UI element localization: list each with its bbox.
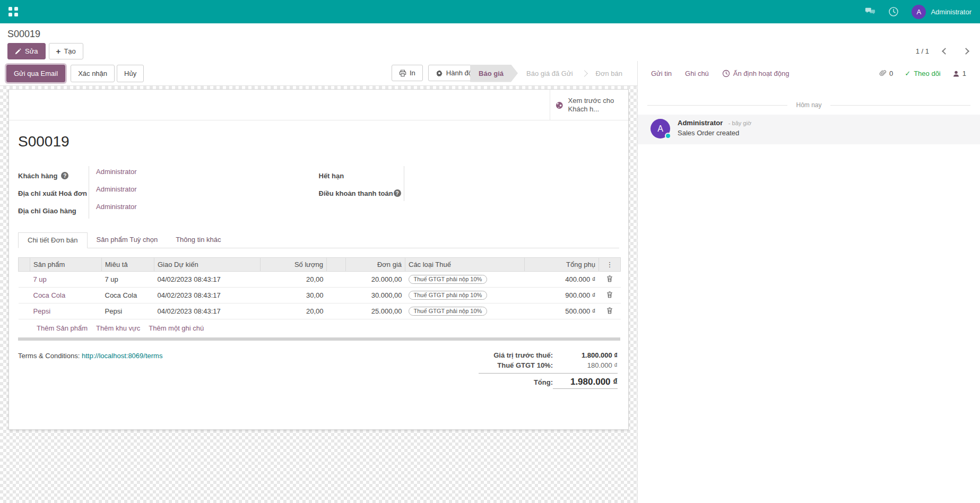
- add-product-link[interactable]: Thêm Sản phẩm: [37, 324, 88, 332]
- tab-optional-products[interactable]: Sản phẩm Tuỳ chọn: [88, 232, 167, 248]
- tab-other-info[interactable]: Thông tin khác: [167, 232, 230, 248]
- form-background: Xem trước cho Khách h... S00019 Khách hà…: [0, 86, 637, 503]
- message-body: Sales Order created: [678, 129, 751, 137]
- plus-icon: +: [56, 47, 61, 55]
- description-cell: Coca Cola: [102, 288, 154, 303]
- chatter-panel: Gửi tin Ghi chú Ấn định hoạt động 0: [637, 61, 980, 503]
- customer-value-link[interactable]: Administrator: [96, 168, 137, 176]
- customer-preview-button[interactable]: Xem trước cho Khách h...: [550, 90, 628, 120]
- apps-menu-icon[interactable]: [8, 7, 18, 16]
- field-row-customer: Khách hàng ? Administrator: [18, 166, 319, 184]
- help-icon: ?: [61, 172, 68, 179]
- stage-quotation[interactable]: Báo giá: [470, 65, 518, 82]
- expiration-value[interactable]: [404, 166, 620, 184]
- product-cell: Coca Cola: [30, 288, 102, 303]
- tab-order-lines[interactable]: Chi tiết Đơn bán: [18, 232, 88, 248]
- customer-label-wrap: Khách hàng ?: [18, 166, 89, 184]
- order-line-row[interactable]: 7 up 7 up 04/02/2023 08:43:17 20,00 20.0…: [19, 272, 621, 288]
- statusbar-buttons: Gửi qua Email Xác nhận Hủy: [6, 65, 144, 82]
- invoice-address-value-link[interactable]: Administrator: [96, 185, 137, 193]
- add-section-link[interactable]: Thêm khu vực: [96, 324, 140, 332]
- subtotal-column-header[interactable]: Tổng phụ: [525, 258, 599, 272]
- handle-column-header: [19, 258, 30, 272]
- product-link[interactable]: Pepsi: [33, 307, 51, 315]
- schedule-activity-button[interactable]: Ấn định hoạt động: [722, 70, 790, 77]
- user-menu[interactable]: A Administrator: [912, 5, 972, 19]
- payment-terms-label-wrap: Điều khoản thanh toán ?: [319, 184, 404, 201]
- terms-and-conditions: Terms & Conditions: http://localhost:806…: [18, 350, 162, 390]
- attachments-counter[interactable]: 0: [879, 70, 893, 77]
- stage-sales-order[interactable]: Đơn bán: [587, 65, 631, 82]
- followers-count: 1: [962, 70, 966, 77]
- pencil-icon: [15, 48, 22, 55]
- edit-button[interactable]: Sửa: [7, 43, 46, 59]
- tax-badge: Thuế GTGT phải nộp 10%: [409, 275, 488, 284]
- description-cell: 7 up: [102, 272, 154, 288]
- cancel-button[interactable]: Hủy: [117, 65, 144, 82]
- product-link[interactable]: Coca Cola: [33, 291, 66, 299]
- description-column-header[interactable]: Miêu tả: [102, 258, 154, 272]
- apps-grid-square: [8, 7, 12, 11]
- printer-icon: [399, 70, 406, 77]
- product-cell: 7 up: [30, 272, 102, 288]
- row-handle: [19, 288, 30, 303]
- chatter-message[interactable]: A Administrator - bây giờ Sales Order cr…: [638, 115, 980, 144]
- confirm-button[interactable]: Xác nhận: [71, 65, 115, 82]
- uom-cell: [327, 288, 346, 303]
- main-area: Gửi qua Email Xác nhận Hủy Báo giá Báo g…: [0, 61, 980, 503]
- field-row-delivery-address: Địa chỉ Giao hàng Administrator: [18, 201, 319, 219]
- product-column-header[interactable]: Sản phẩm: [30, 258, 102, 272]
- customer-value-wrap: Administrator: [89, 166, 319, 184]
- quantity-cell: 20,00: [261, 303, 327, 319]
- send-by-email-button[interactable]: Gửi qua Email: [6, 65, 65, 82]
- add-note-link[interactable]: Thêm một ghi chú: [149, 324, 204, 332]
- delete-row-icon[interactable]: [606, 275, 613, 282]
- delete-row-icon[interactable]: [606, 307, 613, 314]
- order-line-row[interactable]: Pepsi Pepsi 04/02/2023 08:43:17 20,00 25…: [19, 303, 621, 319]
- payment-terms-value[interactable]: [404, 184, 620, 201]
- pager-next-icon[interactable]: [962, 48, 969, 55]
- stage-quotation-sent[interactable]: Báo giá đã Gửi: [518, 65, 581, 82]
- taxes-column-header[interactable]: Các loại Thuế: [405, 258, 525, 272]
- create-button-label: Tạo: [64, 47, 75, 55]
- pager-counter: 1 / 1: [916, 47, 929, 55]
- unit-price-column-header[interactable]: Đơn giá: [346, 258, 405, 272]
- fields-left-column: Khách hàng ? Administrator Địa chỉ xuất …: [18, 166, 319, 219]
- activities-clock-icon[interactable]: [888, 6, 899, 17]
- field-row-expiration: Hết hạn: [319, 166, 620, 184]
- followers-counter[interactable]: 1: [952, 70, 966, 77]
- pager-previous-icon[interactable]: [942, 48, 949, 55]
- apps-grid-square: [14, 13, 18, 16]
- messages-icon[interactable]: [865, 6, 875, 17]
- delivery-address-value-wrap: Administrator: [89, 201, 319, 219]
- log-note-button[interactable]: Ghi chú: [685, 70, 709, 77]
- terms-link[interactable]: http://localhost:8069/terms: [82, 352, 162, 360]
- follow-toggle[interactable]: ✓ Theo dõi: [905, 70, 941, 77]
- delivery-column-header[interactable]: Giao Dự kiến: [154, 258, 261, 272]
- follow-label: Theo dõi: [914, 70, 941, 77]
- unit-price-cell: 25.000,00: [346, 303, 405, 319]
- customer-label: Khách hàng: [18, 172, 57, 180]
- product-link[interactable]: 7 up: [33, 275, 47, 283]
- tax-amount-label: Thuế GTGT 10%:: [497, 361, 553, 369]
- print-button[interactable]: In: [392, 65, 423, 81]
- order-line-row[interactable]: Coca Cola Coca Cola 04/02/2023 08:43:17 …: [19, 288, 621, 303]
- invoice-address-label: Địa chỉ xuất Hoá đơn: [18, 189, 87, 197]
- grand-total-value: 1.980.000 ₫: [553, 377, 618, 389]
- uom-cell: [327, 303, 346, 319]
- gear-icon: [436, 70, 443, 77]
- row-actions-cell: [599, 303, 621, 319]
- create-button[interactable]: + Tạo: [49, 43, 83, 59]
- quantity-column-header[interactable]: Số lượng: [261, 258, 327, 272]
- optional-columns-icon[interactable]: ⋮: [599, 258, 621, 272]
- attachments-count: 0: [889, 70, 893, 77]
- send-message-button[interactable]: Gửi tin: [651, 70, 672, 77]
- order-title: S00019: [18, 133, 619, 150]
- delivery-address-value-link[interactable]: Administrator: [96, 203, 137, 211]
- delete-row-icon[interactable]: [606, 291, 613, 298]
- breadcrumb: S00019: [7, 27, 972, 41]
- delivery-cell: 04/02/2023 08:43:17: [154, 288, 261, 303]
- field-row-invoice-address: Địa chỉ xuất Hoá đơn Administrator: [18, 184, 319, 201]
- field-row-payment-terms: Điều khoản thanh toán ?: [319, 184, 620, 201]
- delivery-cell: 04/02/2023 08:43:17: [154, 272, 261, 288]
